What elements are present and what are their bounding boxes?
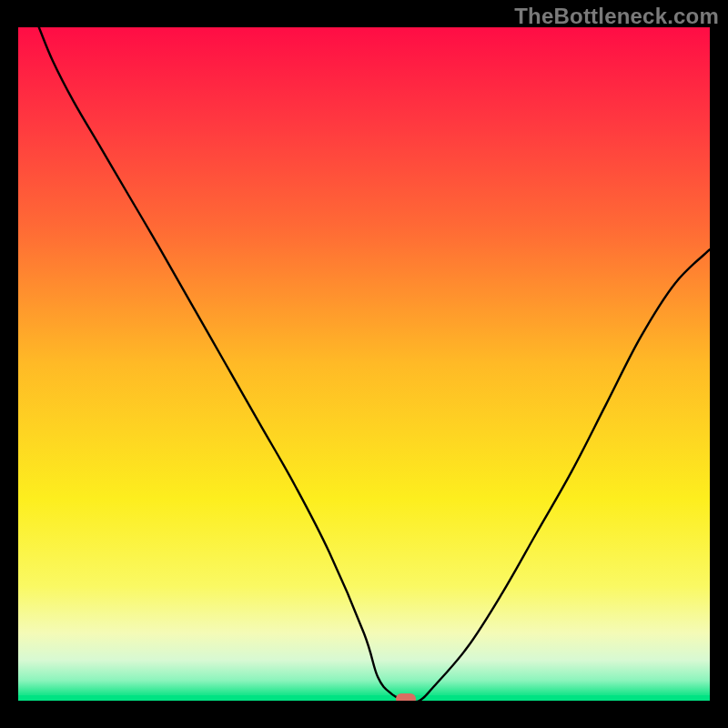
chart-frame: TheBottleneck.com <box>0 0 728 728</box>
plot-area <box>18 27 710 701</box>
curve-layer <box>18 27 710 701</box>
bottleneck-curve <box>39 27 710 701</box>
optimal-point-marker <box>396 693 416 701</box>
plot-frame <box>18 27 710 701</box>
attribution-label: TheBottleneck.com <box>514 4 719 29</box>
